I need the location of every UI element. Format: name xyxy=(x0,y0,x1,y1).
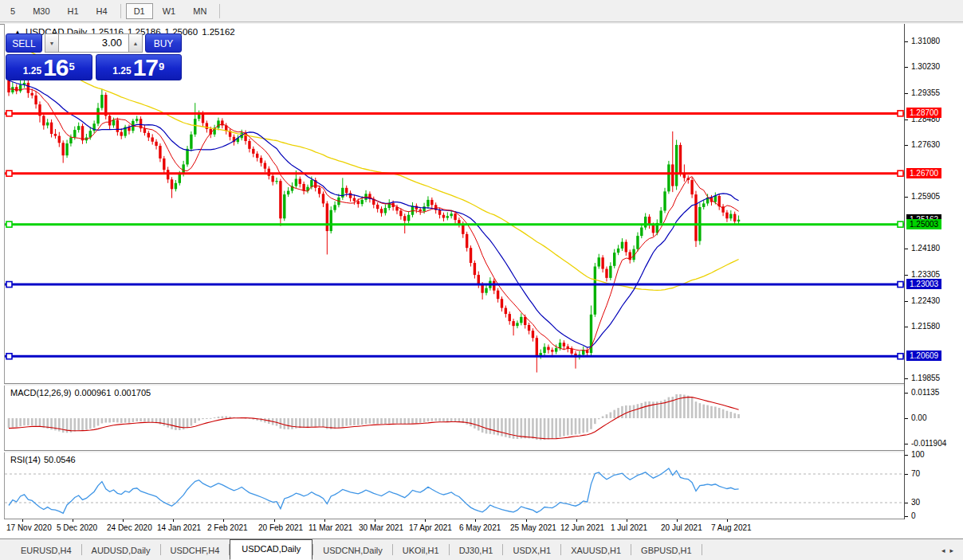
time-tick xyxy=(173,519,174,522)
rsi-line xyxy=(9,468,739,513)
price-axis[interactable]: 1.310801.302301.293551.284801.276301.259… xyxy=(904,24,963,519)
axis-tick xyxy=(905,474,908,475)
rsi-value: 50.0546 xyxy=(44,455,76,464)
volume-decrease-button[interactable]: ▼ xyxy=(45,33,59,53)
time-axis[interactable]: 17 Nov 20205 Dec 202024 Dec 202014 Jan 2… xyxy=(0,519,963,537)
line-handle xyxy=(898,170,903,176)
macd-histogram xyxy=(8,394,740,440)
chart-tab-xauusd-h1[interactable]: XAUUSD,H1 xyxy=(561,542,631,560)
price-axis-label: 1.21580 xyxy=(911,322,940,331)
chart-tab-usdx-h1[interactable]: USDX,H1 xyxy=(503,542,560,560)
macd-value-signal: 0.001705 xyxy=(114,388,151,397)
time-tick xyxy=(576,519,577,522)
toolbar-separator xyxy=(219,4,220,18)
chart-tab-eurusd-h4[interactable]: EURUSD,H4 xyxy=(11,542,81,560)
sell-price-big: 16 xyxy=(43,57,68,79)
timeframe-button-5[interactable]: 5 xyxy=(2,3,23,19)
timeframe-button-d1[interactable]: D1 xyxy=(126,3,153,19)
buy-price-display[interactable]: 1.25 17 9 xyxy=(96,54,183,80)
hline-price-label: 1.25003 xyxy=(906,219,941,229)
price-axis-label: 1.31080 xyxy=(911,37,940,45)
macd-pane[interactable]: MACD(12,26,9)0.0009610.001705 xyxy=(4,386,905,450)
chart-tab-usdcad-daily[interactable]: USDCAD,Daily xyxy=(230,539,312,560)
sell-button[interactable]: SELL xyxy=(6,33,42,53)
hline-price-label: 1.26700 xyxy=(906,168,941,178)
time-axis-label: 2 Feb 2021 xyxy=(207,523,248,532)
rsi-pane[interactable]: RSI(14)50.0546 xyxy=(4,452,905,519)
axis-tick xyxy=(905,444,908,444)
price-axis-label: 1.23305 xyxy=(911,270,940,279)
chart-tab-audusd-daily[interactable]: AUDUSD,Daily xyxy=(82,542,160,560)
timeframe-button-w1[interactable]: W1 xyxy=(155,3,184,19)
tab-next-icon[interactable]: ▸ xyxy=(949,546,958,554)
time-axis-label: 25 May 2021 xyxy=(510,523,556,532)
rsi-label-row: RSI(14)50.0546 xyxy=(10,455,79,464)
line-handle xyxy=(6,170,12,176)
axis-tick xyxy=(905,249,908,249)
time-tick xyxy=(73,519,73,522)
rsi-axis-label: 30 xyxy=(911,498,920,507)
timeframe-button-m30[interactable]: M30 xyxy=(25,3,57,19)
time-tick xyxy=(375,519,375,522)
time-tick xyxy=(526,519,527,522)
axis-tick xyxy=(905,275,908,276)
rsi-axis-label: 100 xyxy=(911,450,925,459)
tab-scroll-arrows[interactable]: ◂▸ xyxy=(941,546,958,554)
rsi-indicator-name: RSI(14) xyxy=(10,455,41,464)
time-axis-label: 24 Dec 2020 xyxy=(107,523,152,532)
axis-tick xyxy=(905,327,908,327)
time-axis-label: 11 Mar 2021 xyxy=(309,523,352,532)
axis-tick xyxy=(905,393,908,394)
sell-price-display[interactable]: 1.25 16 5 xyxy=(6,54,92,80)
time-tick xyxy=(425,519,426,522)
hline-price-label: 1.28700 xyxy=(906,108,941,118)
timeframe-button-mn[interactable]: MN xyxy=(185,3,214,19)
axis-tick xyxy=(905,418,908,419)
chart-tab-dj30-h1[interactable]: DJ30,H1 xyxy=(450,542,503,560)
line-handle xyxy=(6,221,12,227)
price-axis-label: 1.27630 xyxy=(911,140,940,149)
axis-tick xyxy=(905,378,908,379)
mt4-terminal: 5M30H1H4D1W1MN ▲USDCAD,Daily1.251161.251… xyxy=(0,0,963,560)
line-handle xyxy=(898,221,903,227)
volume-input[interactable]: 3.00 xyxy=(59,33,128,53)
macd-label-row: MACD(12,26,9)0.0009610.001705 xyxy=(10,388,154,397)
macd-axis-label: 0.01135 xyxy=(911,388,939,397)
time-axis-label: 12 Jun 2021 xyxy=(560,523,604,532)
time-axis-label: 14 Jan 2021 xyxy=(157,523,201,532)
axis-tick xyxy=(905,93,908,94)
chart-tab-usdcnh-daily[interactable]: USDCNH,Daily xyxy=(313,542,392,560)
ohlc-close: 1.25162 xyxy=(202,27,235,37)
time-tick xyxy=(727,519,728,522)
tab-prev-icon[interactable]: ◂ xyxy=(941,546,950,554)
time-axis-label: 17 Apr 2021 xyxy=(409,523,452,532)
volume-increase-button[interactable]: ▲ xyxy=(128,33,143,53)
time-axis-label: 20 Jul 2021 xyxy=(661,523,702,532)
axis-tick xyxy=(905,301,908,302)
time-tick xyxy=(123,519,124,522)
chart-tab-ukoil-h1[interactable]: UKOil,H1 xyxy=(393,542,449,560)
time-axis-label: 20 Feb 2021 xyxy=(258,523,303,532)
axis-tick xyxy=(905,41,908,42)
chart-tab-usdchf-h4[interactable]: USDCHF,H4 xyxy=(161,542,230,560)
macd-axis-label: 0.00 xyxy=(911,413,926,422)
rsi-chart[interactable] xyxy=(5,452,905,519)
timeframe-button-h4[interactable]: H4 xyxy=(88,3,116,19)
chart-window: ▲USDCAD,Daily1.251161.251861.250601.2516… xyxy=(0,22,963,538)
one-click-trade-panel: SELL ▼ 3.00 ▲ BUY 1.25 16 5 1.25 17 9 xyxy=(6,33,182,80)
time-axis-label: 30 Mar 2021 xyxy=(359,523,403,532)
timeframe-button-h1[interactable]: H1 xyxy=(60,3,87,19)
timeframe-toolbar: 5M30H1H4D1W1MN xyxy=(0,0,963,22)
line-handle xyxy=(6,282,12,288)
hline-price-label: 1.20609 xyxy=(906,350,941,361)
buy-button[interactable]: BUY xyxy=(145,33,182,53)
macd-value-main: 0.000961 xyxy=(74,388,111,397)
rsi-axis-label: 70 xyxy=(911,469,920,478)
axis-tick xyxy=(905,197,908,198)
time-axis-label: 17 Nov 2020 xyxy=(6,523,52,532)
time-tick xyxy=(677,519,678,522)
macd-indicator-name: MACD(12,26,9) xyxy=(10,388,71,397)
time-tick xyxy=(274,519,275,522)
time-tick xyxy=(475,519,476,522)
chart-tab-gbpusd-h1[interactable]: GBPUSD,H1 xyxy=(631,542,702,560)
